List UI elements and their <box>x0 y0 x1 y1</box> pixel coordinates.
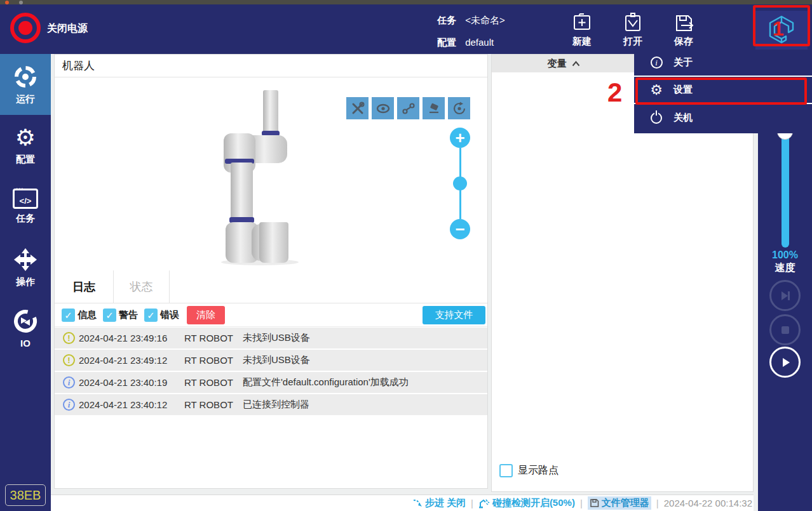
brand-cube-icon <box>767 15 796 46</box>
collision-detection-status[interactable]: 碰撞检测开启(50%) <box>478 497 575 509</box>
new-button[interactable]: 新建 <box>562 12 602 48</box>
file-manager-button[interactable]: 文件管理器 <box>588 496 651 510</box>
filter-error-label: 错误 <box>160 309 179 321</box>
tools-button[interactable] <box>346 97 369 119</box>
tab-log[interactable]: 日志 <box>55 270 114 303</box>
log-tabbar: 日志 状态 <box>55 270 487 303</box>
gear-icon: ⚙ <box>649 82 663 98</box>
power-button-label: 关闭电源 <box>47 22 88 36</box>
variables-title: 变量 <box>548 58 567 70</box>
robot-panel-title: 机器人 <box>55 55 487 77</box>
filter-error-checkbox[interactable]: ✓ <box>144 309 158 322</box>
robot-panel: 机器人 <box>54 54 488 489</box>
viewport-toolbar <box>346 97 470 119</box>
io-swap-icon <box>13 309 38 334</box>
eraser-icon <box>427 102 441 116</box>
chevron-up-icon <box>572 61 580 67</box>
zoom-slider-thumb[interactable] <box>453 176 467 190</box>
info-icon: i <box>651 56 663 69</box>
warning-icon: ! <box>63 332 75 344</box>
config-gear-icon: ⚙ <box>15 126 36 150</box>
support-file-button[interactable]: 支持文件 <box>423 306 485 324</box>
config-value: default <box>465 37 494 48</box>
sidebar-item-operate[interactable]: 操作 <box>0 237 51 298</box>
window-title-strip <box>0 0 812 4</box>
log-row[interactable]: i 2024-04-21 23:40:12 RT ROBOT 已连接到控制器 <box>55 394 487 415</box>
speed-value: 100% <box>758 249 812 261</box>
task-code-icon: </> <box>13 189 38 209</box>
zoom-slider-track[interactable] <box>459 148 461 219</box>
collision-icon <box>478 498 490 508</box>
info-icon: i <box>63 376 75 388</box>
step-mode-icon <box>412 498 423 508</box>
menu-item-shutdown[interactable]: 关机 <box>634 104 812 131</box>
eye-icon <box>376 102 391 116</box>
run-icon <box>13 64 38 90</box>
show-waypoints-row: ✓ 显示路点 <box>499 464 558 477</box>
stop-button[interactable] <box>769 314 801 345</box>
sidebar-item-task[interactable]: </> 任务 <box>0 176 51 237</box>
step-forward-icon <box>779 289 792 302</box>
zoom-out-button[interactable]: − <box>450 219 470 239</box>
stop-icon <box>780 325 790 335</box>
new-file-icon <box>571 12 593 34</box>
open-button[interactable]: 打开 <box>612 12 653 48</box>
file-manager-icon <box>590 498 599 508</box>
show-waypoints-label: 显示路点 <box>518 464 558 477</box>
viewport-zoom-control: + − <box>449 128 471 239</box>
step-forward-button[interactable] <box>769 280 801 311</box>
save-file-icon <box>673 12 694 34</box>
robot-3d-viewport[interactable]: + − <box>55 77 487 270</box>
status-badge: 38EB <box>5 484 46 506</box>
app-window: 关闭电源 任务 <未命名> 配置 default 新建 打开 <box>0 0 812 511</box>
play-icon <box>779 356 792 369</box>
sidebar-item-config[interactable]: ⚙ 配置 <box>0 115 51 176</box>
statusbar-clock: 2024-04-22 00:14:32 <box>664 498 752 508</box>
filter-warning-checkbox[interactable]: ✓ <box>103 309 116 322</box>
log-list: ! 2024-04-21 23:49:16 RT ROBOT 未找到USB设备 … <box>55 328 487 416</box>
app-menu-button[interactable] <box>755 11 808 50</box>
sidebar-item-run[interactable]: 运行 <box>0 54 51 115</box>
task-row: 任务 <未命名> <box>437 15 505 27</box>
rotate-icon <box>452 102 466 116</box>
step-mode-status[interactable]: 步进 关闭 <box>412 497 466 509</box>
sidebar-item-io[interactable]: IO <box>0 298 51 359</box>
play-button[interactable] <box>769 347 801 378</box>
task-label: 任务 <box>437 15 456 25</box>
save-button[interactable]: 保存 <box>663 12 704 48</box>
info-icon: i <box>63 399 75 411</box>
path-icon <box>402 102 416 116</box>
clear-log-button[interactable]: 清除 <box>187 306 225 324</box>
filter-warning-label: 警告 <box>119 309 138 321</box>
app-dropdown-menu: i 关于 ⚙ 设置 关机 <box>634 50 812 133</box>
show-waypoints-checkbox[interactable]: ✓ <box>499 464 513 477</box>
variables-header[interactable]: 变量 <box>492 55 635 72</box>
log-filterbar: ✓ 信息 ✓ 警告 ✓ 错误 清除 支持文件 <box>55 304 487 327</box>
speed-slider-track[interactable] <box>782 127 789 248</box>
left-sidebar: 运行 ⚙ 配置 </> 任务 操作 IO 38EB <box>0 54 51 511</box>
top-navbar: 关闭电源 任务 <未命名> 配置 default 新建 打开 <box>0 4 812 54</box>
open-file-icon <box>622 12 644 34</box>
log-row[interactable]: i 2024-04-21 23:40:19 RT ROBOT 配置文件'defa… <box>55 372 487 393</box>
visibility-button[interactable] <box>372 97 394 119</box>
bottom-statusbar: 步进 关闭 | 碰撞检测开启(50%) | 文件管理器 | 2024-04-22… <box>51 494 754 511</box>
tab-status[interactable]: 状态 <box>114 270 170 303</box>
tools-icon <box>351 102 365 116</box>
menu-item-about[interactable]: i 关于 <box>634 50 812 77</box>
speed-label: 速度 <box>758 262 812 275</box>
log-row[interactable]: ! 2024-04-21 23:49:16 RT ROBOT 未找到USB设备 <box>55 328 487 348</box>
erase-button[interactable] <box>423 97 445 119</box>
menu-item-settings[interactable]: ⚙ 设置 <box>634 77 812 104</box>
log-row[interactable]: ! 2024-04-21 23:49:12 RT ROBOT 未找到USB设备 <box>55 350 487 371</box>
move-arrows-icon <box>13 247 38 272</box>
warning-icon: ! <box>63 354 75 366</box>
config-label: 配置 <box>437 37 456 48</box>
filter-info-checkbox[interactable]: ✓ <box>62 309 75 322</box>
config-row: 配置 default <box>437 37 494 49</box>
task-value: <未命名> <box>465 15 505 25</box>
zoom-in-button[interactable]: + <box>450 128 470 148</box>
path-button[interactable] <box>397 97 419 119</box>
power-button[interactable] <box>10 13 41 43</box>
power-icon <box>651 112 662 124</box>
rotate-view-button[interactable] <box>448 97 470 119</box>
